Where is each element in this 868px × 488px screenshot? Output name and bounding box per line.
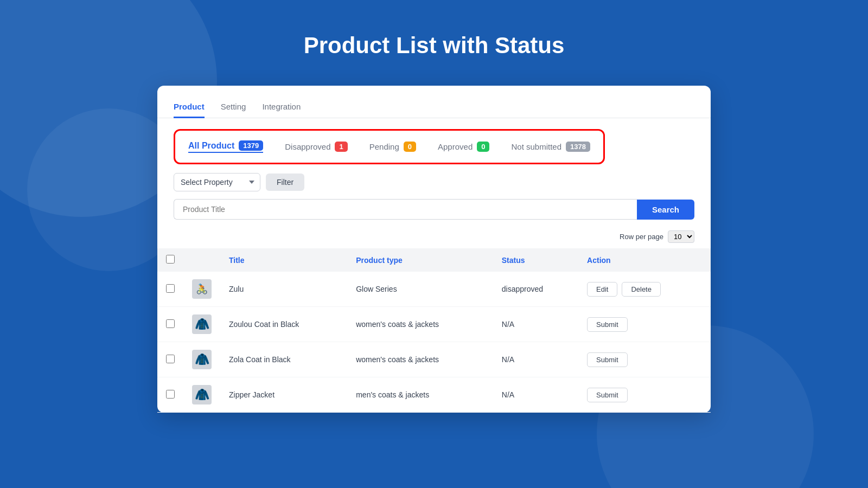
row-actions: Submit — [578, 342, 711, 377]
tab-integration[interactable]: Integration — [262, 97, 301, 118]
col-action: Action — [578, 248, 711, 272]
row-product-type: women's coats & jackets — [347, 342, 493, 377]
status-approved-badge: 0 — [477, 142, 489, 152]
tab-bar: Product Setting Integration — [157, 86, 711, 118]
row-checkbox-cell — [157, 307, 183, 342]
tab-setting[interactable]: Setting — [221, 97, 246, 118]
page-title: Product List with Status — [0, 0, 868, 86]
status-disapproved-label: Disapproved — [285, 142, 330, 151]
row-actions: Edit Delete — [578, 272, 711, 307]
main-card: Product Setting Integration All Product … — [157, 86, 711, 413]
table-row: 🧥 Zola Coat in Black women's coats & jac… — [157, 342, 711, 377]
status-filter-box: All Product 1379 Disapproved 1 Pending 0… — [174, 129, 605, 164]
status-pending-badge: 0 — [404, 142, 416, 152]
row-checkbox-cell — [157, 377, 183, 413]
search-button[interactable]: Search — [637, 200, 694, 220]
row-checkbox[interactable] — [166, 355, 175, 363]
row-product-type: women's coats & jackets — [347, 307, 493, 342]
status-filter-wrapper: All Product 1379 Disapproved 1 Pending 0… — [157, 118, 711, 164]
col-image — [183, 248, 220, 272]
row-checkbox[interactable] — [166, 390, 175, 399]
select-all-checkbox[interactable] — [166, 255, 175, 264]
status-filter-pending[interactable]: Pending 0 — [369, 142, 416, 152]
status-not-submitted-badge: 1378 — [566, 142, 590, 152]
status-approved-label: Approved — [438, 142, 473, 151]
bike-icon: 🚴 — [196, 283, 208, 295]
row-status: N/A — [493, 342, 578, 377]
row-checkbox-cell — [157, 272, 183, 307]
product-table: Title Product type Status Action 🚴 Zulu … — [157, 248, 711, 413]
filters-row: Select Property Filter — [157, 164, 711, 197]
row-per-page-row: Row per page 10 25 50 — [157, 227, 711, 248]
edit-button[interactable]: Edit — [587, 282, 617, 297]
row-per-page-label: Row per page — [620, 233, 663, 241]
status-filter-disapproved[interactable]: Disapproved 1 — [285, 142, 347, 152]
row-title: Zola Coat in Black — [220, 342, 347, 377]
tab-product[interactable]: Product — [174, 97, 205, 118]
status-disapproved-badge: 1 — [335, 142, 347, 152]
row-status: disapproved — [493, 272, 578, 307]
table-row: 🧥 Zoulou Coat in Black women's coats & j… — [157, 307, 711, 342]
row-checkbox[interactable] — [166, 284, 175, 293]
status-filter-approved[interactable]: Approved 0 — [438, 142, 489, 152]
table-header-row: Title Product type Status Action — [157, 248, 711, 272]
figure-icon: 🧥 — [195, 388, 209, 402]
col-title: Title — [220, 248, 347, 272]
row-product-type: Glow Series — [347, 272, 493, 307]
row-checkbox[interactable] — [166, 319, 175, 328]
submit-button[interactable]: Submit — [587, 388, 627, 402]
submit-button[interactable]: Submit — [587, 352, 627, 367]
row-product-type: men's coats & jackets — [347, 377, 493, 413]
status-filter-all[interactable]: All Product 1379 — [188, 140, 263, 153]
row-image-cell: 🚴 — [183, 272, 220, 307]
status-all-badge: 1379 — [239, 140, 263, 151]
status-pending-label: Pending — [369, 142, 399, 151]
row-title: Zulu — [220, 272, 347, 307]
table-row: 🚴 Zulu Glow Series disapproved Edit Dele… — [157, 272, 711, 307]
col-status: Status — [493, 248, 578, 272]
status-not-submitted-label: Not submitted — [511, 142, 561, 151]
filter-button[interactable]: Filter — [266, 174, 304, 191]
row-image-cell: 🧥 — [183, 342, 220, 377]
figure-icon: 🧥 — [195, 317, 209, 331]
row-status: N/A — [493, 377, 578, 413]
property-select[interactable]: Select Property — [174, 173, 260, 191]
row-status: N/A — [493, 307, 578, 342]
row-title: Zipper Jacket — [220, 377, 347, 413]
product-image: 🚴 — [192, 279, 212, 299]
row-image-cell: 🧥 — [183, 377, 220, 413]
delete-button[interactable]: Delete — [622, 282, 661, 297]
status-all-label: All Product — [188, 141, 234, 151]
row-actions: Submit — [578, 377, 711, 413]
row-image-cell: 🧥 — [183, 307, 220, 342]
row-per-page-select[interactable]: 10 25 50 — [668, 230, 694, 243]
col-product-type: Product type — [347, 248, 493, 272]
status-filter-not-submitted[interactable]: Not submitted 1378 — [511, 142, 590, 152]
search-input[interactable] — [174, 199, 637, 220]
search-row: Search — [157, 197, 711, 227]
table-row: 🧥 Zipper Jacket men's coats & jackets N/… — [157, 377, 711, 413]
col-checkbox — [157, 248, 183, 272]
product-image: 🧥 — [192, 385, 212, 404]
submit-button[interactable]: Submit — [587, 317, 627, 332]
row-actions: Submit — [578, 307, 711, 342]
product-image: 🧥 — [192, 350, 212, 369]
row-checkbox-cell — [157, 342, 183, 377]
product-image: 🧥 — [192, 314, 212, 334]
row-title: Zoulou Coat in Black — [220, 307, 347, 342]
figure-icon: 🧥 — [195, 352, 209, 367]
